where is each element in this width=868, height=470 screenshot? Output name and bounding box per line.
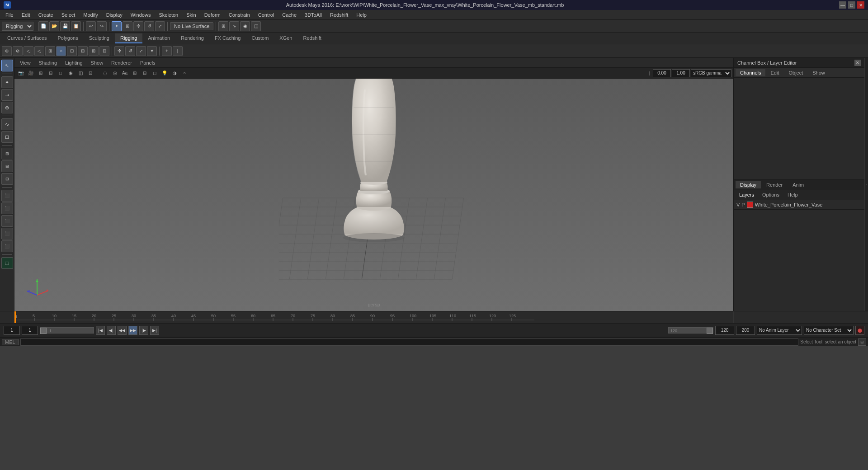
vp-film-button[interactable]: 🎥 [26,69,35,77]
vp-menu-lighting[interactable]: Lighting [61,59,86,66]
character-set-dropdown[interactable]: No Character Set [804,326,854,335]
lasso-button[interactable]: ⊞ [123,21,132,31]
move-tool-button[interactable]: ✣ [133,21,143,31]
vp-menu-renderer[interactable]: Renderer [108,59,136,66]
viewport-3d[interactable]: persp [14,79,733,311]
vp-texture-button[interactable]: ⊡ [86,69,95,77]
save-as-button[interactable]: 📋 [71,21,81,31]
vp-menu-view[interactable]: View [16,59,34,66]
lt-help[interactable]: Help [784,191,802,198]
start-frame-input[interactable] [4,326,20,335]
tab-custom[interactable]: Custom [246,33,274,43]
render-btn3[interactable]: ⬛ [1,215,13,227]
play-forward-button[interactable]: ▶▶ [128,326,137,335]
curve-button[interactable]: ∿ [1,118,13,130]
tab-rendering[interactable]: Rendering [175,33,209,43]
time-ruler[interactable]: 1 5 10 15 20 25 30 35 40 45 50 55 60 [14,311,733,324]
menu-select[interactable]: Select [58,11,79,19]
soft-select-button[interactable]: ◁ [34,46,44,56]
snap-curve-button[interactable]: ∿ [229,21,239,31]
max-frame-input[interactable] [736,326,755,335]
open-button[interactable]: 📂 [49,21,59,31]
vp-gamma-input[interactable] [672,69,690,77]
rbt-display[interactable]: Display [736,181,761,188]
script-editor-button[interactable]: ⊞ [858,338,866,346]
scale-tool-button[interactable]: ⤢ [155,21,165,31]
menu-skin[interactable]: Skin [183,11,199,19]
menu-windows[interactable]: Windows [127,11,155,19]
menu-display[interactable]: Display [103,11,126,19]
menu-3dtoall[interactable]: 3DToAll [301,11,326,19]
play-back-button[interactable]: ◀◀ [118,326,127,335]
vp-bbox-button[interactable]: □ [56,69,65,77]
no-live-surface-button[interactable]: No Live Surface [170,22,213,30]
step-back-button[interactable]: ◀| [107,326,116,335]
maximize-button[interactable]: □ [848,1,855,9]
vp-wire-shade-button[interactable]: ◫ [76,69,85,77]
rbt-render[interactable]: Render [762,181,787,188]
render-btn2[interactable]: ⬛ [1,202,13,214]
render-btn4[interactable]: ⬛ [1,228,13,240]
vp-gamma-select[interactable]: sRGB gamma [691,69,731,77]
snap-point-button[interactable]: ◉ [240,21,250,31]
vp-resolution-button[interactable]: ⊟ [140,69,149,77]
new-scene-button[interactable]: 📄 [38,21,48,31]
step-forward-button[interactable]: |▶ [139,326,148,335]
vp-xray-button[interactable]: ◌ [100,69,109,77]
cb-tab-channels[interactable]: Channels [736,69,765,76]
snap-grid-button[interactable]: ⊞ [218,21,228,31]
mode-dropdown[interactable]: Rigging [2,22,33,31]
vp-shadow-button[interactable]: ◑ [170,69,179,77]
render-btn5[interactable]: ⬛ [1,240,13,252]
vp-isolate-button[interactable]: ◎ [110,69,119,77]
tab-fx-caching[interactable]: FX Caching [209,33,246,43]
soft-mod-button[interactable]: ⊛ [1,102,13,113]
vp-hud-button[interactable]: ⊞ [130,69,139,77]
attribute-editor-toggle[interactable]: ‹ [864,58,868,311]
layer-color-swatch[interactable] [747,202,753,208]
paint-select-button[interactable]: ◁ [24,46,33,56]
ik-handle-button[interactable]: ⊟ [78,46,88,56]
vp-menu-show[interactable]: Show [87,59,107,66]
vp-ao-button[interactable]: ○ [180,69,189,77]
menu-control[interactable]: Control [255,11,278,19]
ik-spline-button[interactable]: ⊞ [89,46,99,56]
sculpt-button[interactable]: ⊸ [1,89,13,101]
menu-create[interactable]: Create [35,11,57,19]
pipe-button[interactable]: | [173,46,183,56]
tab-sculpting[interactable]: Sculpting [84,33,115,43]
select-hier-button[interactable]: ⊕ [2,46,12,56]
vp-display-button[interactable]: ◻ [150,69,159,77]
menu-constrain[interactable]: Constrain [225,11,254,19]
cb-tab-object[interactable]: Object [784,69,807,76]
plus-button[interactable]: + [162,46,172,56]
rotate-tool-button[interactable]: ↺ [144,21,154,31]
current-frame-input[interactable] [22,326,38,335]
move-rig-button[interactable]: ✣ [114,46,124,56]
tab-animation[interactable]: Animation [142,33,175,43]
range-handle-left[interactable] [40,328,47,334]
paint-button[interactable]: ✦ [1,76,13,88]
anim-layer-dropdown[interactable]: No Anim Layer [757,326,802,335]
vp-cam-button[interactable]: 📷 [16,69,25,77]
menu-file[interactable]: File [2,11,17,19]
lasso-select-button[interactable]: ⊘ [13,46,23,56]
redo-button[interactable]: ↪ [97,21,107,31]
rbt-anim[interactable]: Anim [788,181,808,188]
lt-options[interactable]: Options [759,191,783,198]
pick-walk-button[interactable]: ⊞ [45,46,55,56]
misc-btn1[interactable]: ⬚ [1,257,13,269]
menu-edit[interactable]: Edit [18,11,34,19]
close-button[interactable]: ✕ [857,1,864,9]
cb-tab-show[interactable]: Show [808,69,830,76]
goto-start-button[interactable]: |◀ [96,326,105,335]
universal-manip-button[interactable]: ✦ [147,46,157,56]
tab-redshift[interactable]: Redshift [297,33,326,43]
lt-layers[interactable]: Layers [736,191,758,198]
rotate-rig-button[interactable]: ↺ [125,46,135,56]
vp-exposure-input[interactable] [653,69,671,77]
snap-view-button[interactable]: ◫ [251,21,261,31]
command-line-input[interactable] [20,338,799,346]
menu-help[interactable]: Help [353,11,370,19]
auto-key-button[interactable]: ⬤ [855,326,864,335]
